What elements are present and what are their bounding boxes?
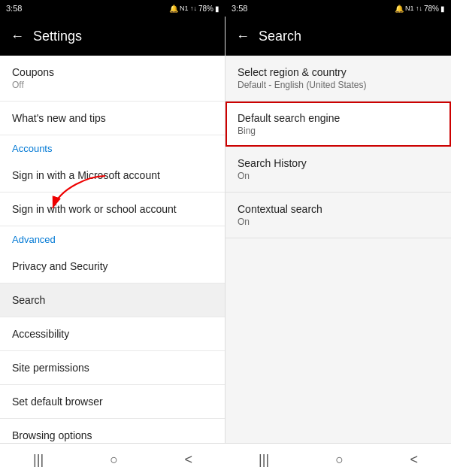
right-time: 3:58 [232, 4, 247, 13]
whats-new-label: What's new and tips [12, 112, 213, 124]
search-history-value: On [238, 171, 439, 181]
search-header: ← Search [226, 17, 451, 56]
settings-item-privacy[interactable]: Privacy and Security [0, 250, 225, 283]
search-history-label: Search History [238, 157, 439, 169]
region-label: Select region & country [238, 66, 439, 78]
right-home-button[interactable]: ○ [323, 446, 356, 474]
default-engine-label: Default search engine [238, 112, 439, 124]
left-menu-button[interactable]: ||| [21, 446, 56, 474]
left-back-button[interactable]: < [172, 446, 204, 474]
settings-item-whats-new[interactable]: What's new and tips [0, 102, 225, 135]
coupons-label: Coupons [12, 66, 213, 78]
left-time: 3:58 [6, 4, 22, 13]
search-item-region[interactable]: Select region & country Default - Englis… [226, 56, 451, 102]
coupons-value: Off [12, 80, 213, 90]
right-back-button[interactable]: < [398, 446, 430, 474]
right-menu-button[interactable]: ||| [247, 446, 281, 474]
settings-panel: ← Settings Coupons Off [0, 17, 226, 443]
settings-title: Settings [33, 29, 82, 44]
search-panel: ← Search Select region & country Default… [226, 17, 451, 443]
search-item-default-engine[interactable]: Default search engine Bing [226, 102, 451, 147]
settings-item-site-permissions[interactable]: Site permissions [0, 351, 225, 385]
settings-item-search[interactable]: Search [0, 283, 225, 317]
search-item-contextual[interactable]: Contextual search On [226, 193, 451, 238]
advanced-header-label: Advanced [12, 234, 213, 245]
search-settings-list: Select region & country Default - Englis… [226, 56, 451, 443]
settings-item-coupons[interactable]: Coupons Off [0, 56, 225, 102]
right-status-icons: 🔔 N1 ↑↓ 78% ▮ [395, 5, 445, 13]
accessibility-label: Accessibility [12, 328, 213, 340]
sign-in-work-label: Sign in with work or school account [12, 203, 213, 215]
search-title: Search [259, 29, 301, 44]
accounts-section-header: Accounts [0, 135, 225, 159]
left-home-button[interactable]: ○ [98, 446, 130, 474]
settings-item-sign-in-work[interactable]: Sign in with work or school account [0, 193, 225, 226]
left-bottom-nav: ||| ○ < [0, 443, 226, 476]
dual-status-bar: 3:58 🔔 N1 ↑↓ 78% ▮ 3:58 🔔 N1 ↑↓ 78% ▮ [0, 0, 451, 17]
right-bottom-nav: ||| ○ < [226, 443, 451, 476]
left-status-bar: 3:58 🔔 N1 ↑↓ 78% ▮ [0, 0, 226, 17]
settings-back-button[interactable]: ← [11, 29, 24, 44]
settings-item-browsing-options[interactable]: Browsing options [0, 419, 225, 443]
sign-in-microsoft-label: Sign in with a Microsoft account [12, 169, 213, 181]
contextual-search-value: On [238, 217, 439, 227]
region-value: Default - English (United States) [238, 80, 439, 90]
settings-item-default-browser[interactable]: Set default browser [0, 385, 225, 419]
browsing-options-label: Browsing options [12, 429, 213, 441]
settings-header: ← Settings [0, 17, 225, 56]
search-label: Search [12, 294, 213, 306]
privacy-label: Privacy and Security [12, 260, 213, 272]
accounts-header-label: Accounts [12, 143, 213, 154]
default-browser-label: Set default browser [12, 396, 213, 408]
search-back-button[interactable]: ← [236, 29, 250, 44]
site-permissions-label: Site permissions [12, 362, 213, 374]
left-status-icons: 🔔 N1 ↑↓ 78% ▮ [169, 5, 219, 13]
dual-bottom-nav: ||| ○ < ||| ○ < [0, 443, 451, 476]
main-panels: ← Settings Coupons Off [0, 17, 451, 443]
right-status-bar: 3:58 🔔 N1 ↑↓ 78% ▮ [226, 0, 451, 17]
advanced-section-header: Advanced [0, 226, 225, 250]
contextual-search-label: Contextual search [238, 203, 439, 215]
default-engine-value: Bing [238, 126, 439, 136]
settings-item-accessibility[interactable]: Accessibility [0, 317, 225, 351]
settings-list: Coupons Off What's new and tips Accounts… [0, 56, 225, 443]
search-item-history[interactable]: Search History On [226, 147, 451, 193]
settings-item-sign-in-microsoft[interactable]: Sign in with a Microsoft account [0, 159, 225, 193]
